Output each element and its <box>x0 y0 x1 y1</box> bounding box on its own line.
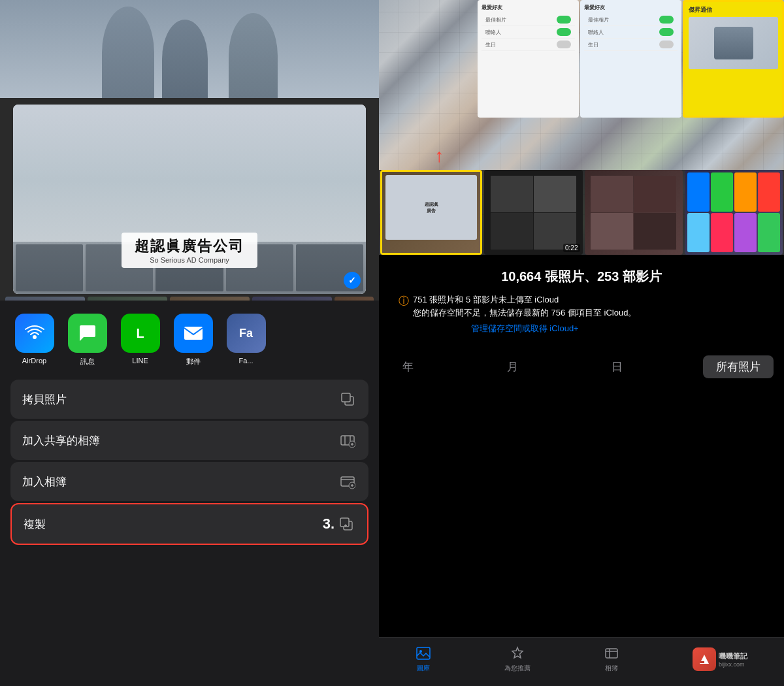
toggle-row-5: 聯絡人 <box>584 26 678 39</box>
line-share-item[interactable]: L LINE <box>119 314 161 367</box>
thumb-5[interactable]: Pu <box>335 297 374 301</box>
main-photo: 超認眞廣告公司 So Serious AD Company <box>13 105 366 294</box>
tab-day[interactable]: 日 <box>598 355 636 378</box>
share-icons-row: AirDrop 訊息 L LINE 郵件 <box>0 301 379 373</box>
stats-section: 10,664 張照片、253 部影片 ⓘ 751 張照片和 5 部影片未上傳至 … <box>379 255 784 348</box>
warning-row: ⓘ 751 張照片和 5 部影片未上傳至 iCloud您的儲存空間不足，無法儲存… <box>392 293 771 335</box>
mail-share-item[interactable]: 郵件 <box>172 314 214 367</box>
bottom-thumb-1[interactable]: 超認眞廣告 <box>380 170 482 255</box>
duplicate-label: 複製 <box>24 517 46 532</box>
toggle-row-2: 聯絡人 <box>482 26 575 39</box>
albums-icon <box>604 645 619 661</box>
toggle-2 <box>557 28 571 36</box>
copy-photo-action[interactable]: 拷貝照片 <box>10 380 368 419</box>
duplicate-icon <box>337 515 355 533</box>
watermark-icon <box>693 647 716 671</box>
bottom-nav: 圖庫 為您推薦 相簿 嘰嘰筆記 <box>379 637 784 686</box>
thumbnail-row: Pu <box>0 294 379 301</box>
toggle-3 <box>557 41 571 48</box>
bottom-thumbs-strip: 超認眞廣告 0:22 <box>379 170 784 255</box>
video-duration: 0:22 <box>563 244 580 252</box>
photo-preview-area: 超認眞廣告公司 So Serious AD Company Pu <box>0 0 379 301</box>
toggle-1 <box>557 16 571 24</box>
main-photo-banner: 超認眞廣告公司 So Serious AD Company <box>122 233 257 268</box>
copy-photo-icon <box>338 390 357 408</box>
floating-cards: 最愛好友 最佳相片 聯絡人 生日 <box>478 0 784 118</box>
nav-library[interactable]: 圖庫 <box>416 645 431 673</box>
watermark-url: bijixx.com <box>719 661 747 668</box>
photo-title-en: So Serious AD Company <box>135 256 244 264</box>
right-top-photos: 最愛好友 最佳相片 聯絡人 生日 <box>379 0 784 255</box>
toggle-row-3: 生日 <box>482 39 575 51</box>
jie-sheng-label: 傑昇通信 <box>689 6 778 14</box>
add-album-action[interactable]: 加入相簿 <box>10 462 368 501</box>
warning-text: 751 張照片和 5 部影片未上傳至 iCloud您的儲存空間不足，無法儲存最新… <box>413 293 636 319</box>
tab-all-photos[interactable]: 所有照片 <box>703 355 774 378</box>
watermark-text-top: 嘰嘰筆記 <box>719 651 747 661</box>
red-arrow: ↓ <box>434 148 444 169</box>
tab-month[interactable]: 月 <box>494 355 531 378</box>
line-label: LINE <box>132 357 148 365</box>
mail-icon-box <box>174 314 213 353</box>
settings-card-1: 最愛好友 最佳相片 聯絡人 生日 <box>478 0 579 118</box>
svg-point-0 <box>33 335 37 339</box>
svg-rect-24 <box>700 661 704 663</box>
svg-rect-21 <box>606 649 617 658</box>
bottom-thumb-4[interactable] <box>685 170 783 255</box>
duplicate-action[interactable]: 複製 3. <box>10 503 368 545</box>
thumb-3[interactable] <box>170 297 250 301</box>
selection-checkmark <box>344 272 361 289</box>
svg-rect-3 <box>342 393 350 402</box>
for-you-icon <box>510 645 525 661</box>
nav-albums-label: 相簿 <box>605 664 618 673</box>
card2-title: 最愛好友 <box>584 4 678 11</box>
airdrop-icon <box>15 314 54 353</box>
fa-icon-box: Fa <box>227 314 266 353</box>
copy-photo-label: 拷貝照片 <box>22 392 67 407</box>
nav-for-you[interactable]: 為您推薦 <box>504 645 531 673</box>
line-icon-box: L <box>121 314 160 353</box>
watermark-text-block: 嘰嘰筆記 bijixx.com <box>719 651 747 668</box>
stats-title: 10,664 張照片、253 部影片 <box>392 268 771 286</box>
toggle-row-1: 最佳相片 <box>482 14 575 26</box>
airdrop-label: AirDrop <box>22 357 46 365</box>
thumb-2[interactable] <box>88 297 167 301</box>
time-tabs: 年 月 日 所有照片 <box>379 348 784 386</box>
card1-title: 最愛好友 <box>482 4 575 11</box>
fa-share-item[interactable]: Fa Fa... <box>225 314 267 367</box>
photo-title-zh: 超認眞廣告公司 <box>135 237 244 256</box>
share-actions-list: 拷貝照片 加入共享的相簿 加 <box>0 373 379 686</box>
add-album-icon <box>338 472 357 491</box>
library-icon <box>416 645 431 661</box>
right-panel: 最愛好友 最佳相片 聯絡人 生日 <box>379 0 784 686</box>
toggle-4 <box>659 16 674 24</box>
jie-sheng-card: 傑昇通信 <box>683 0 784 118</box>
svg-rect-1 <box>184 327 203 340</box>
add-shared-album-action[interactable]: 加入共享的相簿 <box>10 421 368 460</box>
warning-icon: ⓘ <box>399 295 409 308</box>
card-row-top: 最愛好友 最佳相片 聯絡人 生日 <box>478 0 784 118</box>
fa-label: Fa... <box>238 357 253 365</box>
nav-albums[interactable]: 相簿 <box>604 645 619 673</box>
toggle-6 <box>659 41 674 48</box>
toggle-row-6: 生日 <box>584 39 678 51</box>
nav-library-label: 圖庫 <box>417 664 430 673</box>
watermark: 嘰嘰筆記 bijixx.com <box>693 647 747 671</box>
messages-icon <box>68 314 107 353</box>
add-shared-album-label: 加入共享的相簿 <box>22 433 100 448</box>
thumb-1[interactable] <box>5 297 85 301</box>
left-panel: 超認眞廣告公司 So Serious AD Company Pu <box>0 0 379 686</box>
add-shared-album-icon <box>338 431 357 449</box>
nav-for-you-label: 為您推薦 <box>504 664 531 673</box>
add-album-label: 加入相簿 <box>22 474 67 489</box>
messages-label: 訊息 <box>80 357 95 367</box>
thumb-4[interactable] <box>252 297 332 301</box>
settings-card-2: 最愛好友 最佳相片 聯絡人 生日 <box>580 0 681 118</box>
airdrop-share-item[interactable]: AirDrop <box>13 314 56 367</box>
bottom-thumb-2[interactable]: 0:22 <box>484 170 582 255</box>
tab-year[interactable]: 年 <box>389 355 427 378</box>
icloud-link[interactable]: 管理儲存空間或取得 iCloud+ <box>413 323 636 335</box>
toggle-5 <box>659 28 674 36</box>
messages-share-item[interactable]: 訊息 <box>66 314 108 367</box>
bottom-thumb-3[interactable] <box>585 170 683 255</box>
